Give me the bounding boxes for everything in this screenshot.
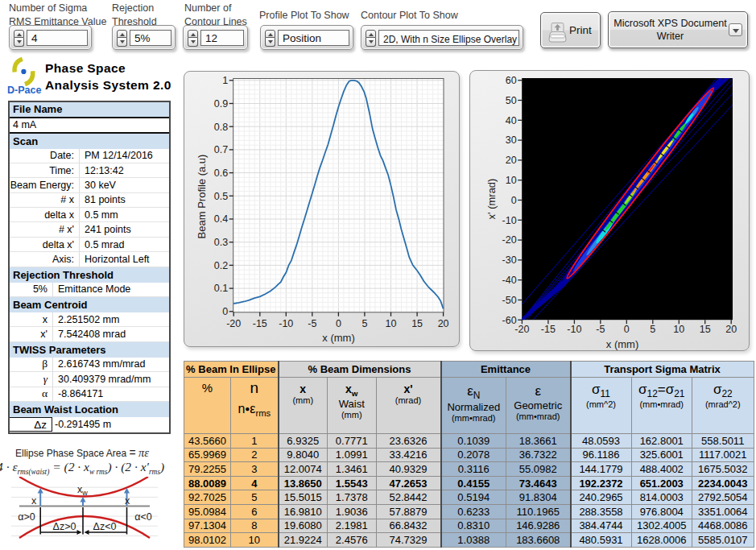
svg-text:20: 20 <box>437 317 448 329</box>
svg-text:1: 1 <box>222 75 228 86</box>
svg-text:0.3: 0.3 <box>213 237 227 248</box>
svg-text:Δz>0: Δz>0 <box>53 521 76 532</box>
svg-text:20: 20 <box>725 324 737 335</box>
svg-text:10: 10 <box>385 317 396 329</box>
svg-text:-10: -10 <box>567 324 581 335</box>
svg-text:0.7: 0.7 <box>213 144 227 155</box>
svg-text:0.1: 0.1 <box>213 283 227 294</box>
svg-text:20: 20 <box>506 155 517 166</box>
svg-text:-15: -15 <box>252 317 266 329</box>
svg-text:15: 15 <box>411 317 423 329</box>
svg-text:x' (mrad): x' (mrad) <box>485 179 498 220</box>
svg-text:-5: -5 <box>308 317 316 329</box>
svg-text:x (mm): x (mm) <box>606 338 638 350</box>
svg-text:D-Pace: D-Pace <box>7 85 41 96</box>
svg-text:x (mm): x (mm) <box>322 331 354 343</box>
svg-text:-20: -20 <box>226 317 241 329</box>
svg-text:5: 5 <box>361 317 367 329</box>
svg-text:0: 0 <box>335 317 341 329</box>
svg-text:10: 10 <box>506 175 517 186</box>
svg-text:40: 40 <box>506 115 517 126</box>
svg-text:α<0: α<0 <box>134 511 152 523</box>
svg-text:0.4: 0.4 <box>213 213 227 225</box>
svg-text:x: x <box>31 495 37 507</box>
svg-text:0: 0 <box>624 324 630 335</box>
svg-text:-50: -50 <box>502 295 517 306</box>
svg-text:0: 0 <box>222 306 228 317</box>
svg-text:-40: -40 <box>502 275 517 286</box>
svg-text:0.9: 0.9 <box>213 97 227 109</box>
svg-text:0.5: 0.5 <box>213 190 227 201</box>
svg-text:-20: -20 <box>502 234 517 246</box>
svg-text:0.2: 0.2 <box>213 259 227 271</box>
svg-text:Δz<0: Δz<0 <box>93 521 117 532</box>
svg-text:0.6: 0.6 <box>213 167 227 178</box>
svg-text:0.8: 0.8 <box>213 121 227 132</box>
svg-text:x: x <box>125 495 130 507</box>
svg-text:xw: xw <box>77 484 88 497</box>
svg-text:50: 50 <box>506 95 517 106</box>
svg-text:-10: -10 <box>502 215 517 226</box>
svg-text:Beam Profile (a.u): Beam Profile (a.u) <box>196 154 208 238</box>
svg-text:α>0: α>0 <box>18 511 35 523</box>
svg-text:30: 30 <box>506 134 517 146</box>
svg-text:-10: -10 <box>279 317 293 329</box>
svg-text:10: 10 <box>673 324 684 335</box>
svg-text:0: 0 <box>511 195 517 206</box>
svg-text:5: 5 <box>650 324 655 335</box>
svg-text:-20: -20 <box>514 324 529 335</box>
svg-text:60: 60 <box>506 75 517 86</box>
svg-text:-30: -30 <box>502 254 517 266</box>
svg-text:-15: -15 <box>541 324 556 335</box>
svg-text:15: 15 <box>700 324 711 335</box>
svg-text:-5: -5 <box>596 324 605 335</box>
